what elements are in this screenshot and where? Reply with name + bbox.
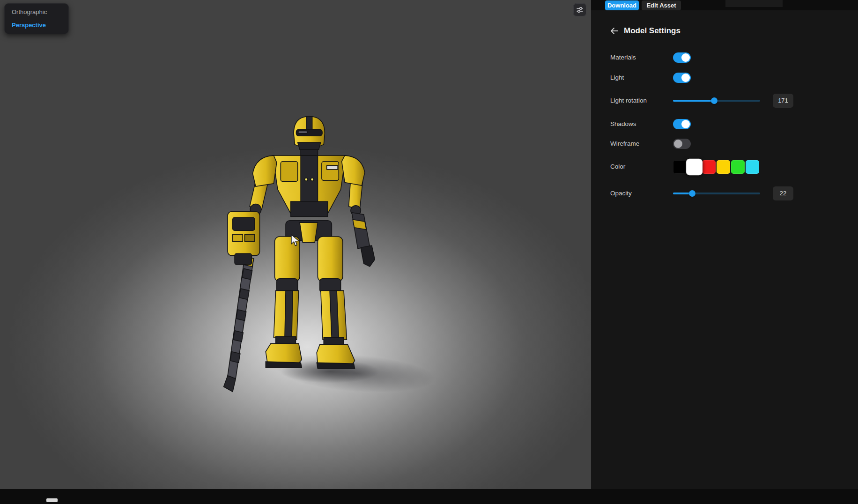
view-options-button[interactable] (573, 3, 586, 16)
light-toggle[interactable] (673, 73, 691, 83)
setting-row-shadows: Shadows (591, 117, 858, 131)
toggle-knob (681, 53, 690, 62)
robot-model (198, 113, 388, 404)
light-rotation-label: Light rotation (610, 94, 647, 108)
light-rotation-value[interactable]: 171 (773, 94, 793, 108)
setting-row-materials: Materials (591, 51, 858, 65)
wireframe-label: Wireframe (610, 137, 639, 151)
setting-row-light-rotation: Light rotation 171 (591, 94, 858, 108)
wireframe-toggle[interactable] (673, 139, 691, 149)
asset-viewer-app: Orthographic Perspective Download (0, 0, 858, 504)
bottom-bar (0, 489, 858, 504)
slider-knob[interactable] (689, 190, 695, 197)
color-swatch-0[interactable] (673, 160, 687, 174)
viewport-3d[interactable]: Orthographic Perspective (0, 0, 591, 489)
color-swatch-1[interactable] (686, 158, 703, 175)
color-swatch-3[interactable] (717, 160, 730, 174)
projection-option-orthographic[interactable]: Orthographic (4, 6, 69, 19)
light-rotation-slider[interactable] (673, 100, 760, 102)
toggle-knob (681, 120, 690, 128)
settings-panel: Download Edit Asset Model Settings Mater… (591, 0, 858, 489)
download-button[interactable]: Download (605, 0, 639, 10)
setting-row-light: Light (591, 71, 858, 85)
setting-row-color: Color (591, 160, 858, 174)
opacity-value[interactable]: 22 (773, 186, 793, 200)
light-label: Light (610, 71, 624, 85)
slider-knob[interactable] (711, 97, 717, 104)
opacity-slider[interactable] (673, 193, 760, 194)
mouse-cursor-icon (290, 234, 300, 247)
color-label: Color (610, 160, 625, 174)
color-swatches (673, 160, 759, 174)
color-swatch-4[interactable] (731, 160, 745, 174)
setting-row-wireframe: Wireframe (591, 137, 858, 151)
projection-menu: Orthographic Perspective (4, 3, 69, 34)
edit-asset-button[interactable]: Edit Asset (642, 0, 681, 10)
color-swatch-5[interactable] (746, 160, 759, 174)
arrow-left-icon (609, 26, 620, 36)
shadows-label: Shadows (610, 117, 636, 131)
materials-toggle[interactable] (673, 52, 691, 63)
toggle-knob (674, 140, 682, 148)
slider-fill (673, 100, 714, 102)
projection-option-perspective[interactable]: Perspective (4, 19, 69, 32)
back-button[interactable] (608, 24, 621, 37)
color-swatch-2[interactable] (702, 160, 716, 174)
setting-row-opacity: Opacity 22 (591, 186, 858, 200)
shadows-toggle[interactable] (673, 119, 691, 129)
materials-label: Materials (610, 51, 636, 65)
toggle-knob (681, 74, 690, 82)
scrollbar-thumb[interactable] (46, 498, 58, 502)
cropped-ui-remnant (725, 0, 783, 7)
panel-title: Model Settings (624, 26, 680, 36)
opacity-label: Opacity (610, 186, 632, 200)
sliders-icon (576, 6, 584, 14)
